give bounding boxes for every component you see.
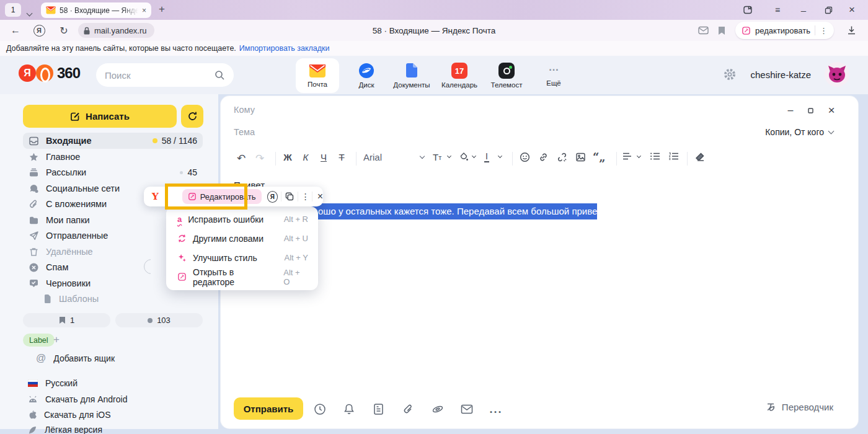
settings-gear-icon[interactable] — [723, 68, 737, 81]
compose-button[interactable]: Написать — [23, 105, 177, 128]
active-tab[interactable]: 58 · Входящие — Яндек × — [41, 2, 151, 18]
service-mail[interactable]: Почта — [296, 58, 339, 93]
menu-item-open-in-editor[interactable]: Открыть в редакторе Alt + O — [166, 267, 318, 286]
numbered-list-icon[interactable] — [668, 152, 679, 161]
yandex-browser-icon[interactable]: Я — [30, 20, 48, 41]
send-button[interactable]: Отправить — [234, 397, 303, 420]
mail-notify-icon[interactable] — [694, 20, 712, 41]
subject-field[interactable]: Тема — [234, 127, 255, 137]
attach-from-disk-icon[interactable] — [431, 402, 445, 416]
refresh-button[interactable]: ↻ — [55, 20, 73, 41]
undo-icon[interactable]: ↶ — [234, 152, 249, 165]
highlight-chevron-icon[interactable] — [472, 154, 476, 157]
text-color-chevron-icon[interactable] — [498, 154, 502, 157]
font-size-chevron-icon[interactable] — [448, 154, 451, 157]
service-telemost[interactable]: Телемост — [485, 58, 528, 93]
url-field[interactable]: mail.yandex.ru — [78, 23, 154, 38]
link-icon[interactable] — [538, 152, 549, 162]
copy-icon[interactable] — [285, 192, 294, 202]
telemost-service-icon — [498, 63, 515, 79]
eraser-icon[interactable] — [694, 152, 705, 162]
align-icon[interactable] — [622, 152, 632, 161]
popup-more-icon[interactable]: ⋮ — [301, 192, 309, 202]
import-bookmarks-link[interactable]: Импортировать закладки — [239, 44, 330, 53]
downloads-icon[interactable] — [842, 20, 861, 41]
add-mailbox[interactable]: @ Добавить ящик — [36, 352, 115, 365]
tab-close-icon[interactable]: × — [142, 6, 146, 15]
android-icon — [28, 396, 38, 403]
unlink-icon[interactable] — [557, 152, 567, 162]
tab-counter[interactable]: 1 — [5, 3, 21, 17]
search-input[interactable]: Поиск — [96, 63, 234, 87]
menu-item-fix-errors[interactable]: a Исправить ошибки Alt + R — [166, 210, 318, 229]
highlight-color-button[interactable] — [459, 152, 469, 162]
window-minimize-button[interactable]: – — [792, 0, 815, 20]
popup-close-icon[interactable]: × — [317, 191, 323, 202]
insert-image-icon[interactable] — [575, 152, 586, 162]
translator-button[interactable]: Переводчик — [765, 401, 833, 413]
sidebar-item-main[interactable]: Главное — [23, 149, 203, 165]
add-label-icon[interactable]: + — [53, 334, 60, 346]
yandex-search-icon[interactable]: Я — [267, 191, 278, 203]
sidebar-item-templates[interactable]: Шаблоны — [23, 291, 203, 307]
bullet-list-icon[interactable] — [650, 152, 660, 161]
browser-menu-icon[interactable]: ≡ — [766, 0, 789, 20]
window-restore-button[interactable] — [817, 0, 839, 20]
menu-item-improve-style[interactable]: Улучшить стиль Alt + Y — [166, 248, 318, 267]
compose-close-button[interactable]: × — [823, 104, 839, 117]
text-color-button[interactable]: I — [484, 152, 489, 162]
unread-pill[interactable]: 103 — [115, 313, 203, 327]
sidebar-item-inbox[interactable]: Входящие 58 / 1146 — [23, 133, 203, 149]
underline-button[interactable]: Ч — [316, 152, 331, 162]
bold-button[interactable]: Ж — [280, 152, 295, 162]
sidebar-item-mailings[interactable]: Рассылки 45 — [23, 164, 203, 180]
redo-icon[interactable]: ↷ — [252, 152, 267, 165]
font-size-button[interactable]: Tт — [433, 152, 441, 162]
notify-bell-icon[interactable] — [342, 402, 356, 416]
neuro-edit-extension-button[interactable]: редактировать ⋮ — [735, 22, 834, 39]
bookmark-icon[interactable] — [713, 20, 730, 41]
yandex-y-icon[interactable]: Y — [152, 191, 159, 202]
neuro-edit-button[interactable]: Редактировать — [182, 189, 262, 204]
light-version-link[interactable]: Лёгкая версия — [28, 423, 102, 434]
download-ios-link[interactable]: Скачать для iOS — [28, 408, 111, 422]
italic-button[interactable]: К — [298, 152, 313, 162]
username[interactable]: cheshire-katze — [750, 69, 811, 80]
side-panel-icon[interactable] — [737, 0, 759, 20]
align-chevron-icon[interactable] — [637, 154, 640, 157]
new-tab-button[interactable]: + — [159, 3, 165, 16]
compose-label: Написать — [86, 111, 130, 122]
service-disk[interactable]: Диск — [345, 58, 388, 93]
window-close-button[interactable]: × — [841, 0, 863, 20]
label-tag[interactable]: Label — [23, 334, 55, 347]
attach-file-icon[interactable] — [401, 402, 415, 416]
emoji-icon[interactable] — [520, 152, 530, 162]
extension-more-icon[interactable]: ⋮ — [820, 26, 828, 35]
strikethrough-button[interactable]: Т — [334, 152, 349, 162]
copies-from-toggle[interactable]: Копии, От кого — [765, 127, 833, 137]
bookmarks-bar: Добавляйте на эту панель сайты, которые … — [0, 41, 868, 56]
menu-item-rephrase[interactable]: Другими словами Alt + U — [166, 229, 318, 248]
yandex-360-logo[interactable]: Я 360 — [19, 64, 80, 82]
quote-icon[interactable]: “„ — [593, 151, 606, 164]
to-field[interactable]: Кому — [234, 105, 255, 115]
language-select[interactable]: Русский — [28, 376, 78, 390]
font-family-select[interactable]: Arial — [363, 152, 382, 162]
attach-from-mail-icon[interactable] — [460, 402, 474, 416]
tabs-chevron-down-icon[interactable] — [27, 7, 32, 18]
service-calendar[interactable]: 17 Календарь — [438, 58, 481, 93]
compose-maximize-button[interactable] — [802, 104, 818, 117]
font-chevron-icon[interactable] — [420, 154, 424, 158]
back-button[interactable]: ← — [6, 20, 25, 41]
schedule-clock-icon[interactable] — [313, 402, 327, 416]
avatar[interactable] — [825, 62, 849, 87]
refresh-mail-button[interactable] — [181, 105, 203, 128]
download-android-link[interactable]: Скачать для Android — [28, 392, 127, 406]
bookmarked-pill[interactable]: 1 — [23, 313, 110, 327]
more-options-icon[interactable]: ... — [489, 402, 503, 416]
template-note-icon[interactable] — [371, 402, 385, 416]
service-more[interactable]: … Ещё — [532, 58, 575, 93]
service-docs[interactable]: Документы — [390, 58, 433, 93]
folder-label: Входящие — [46, 136, 92, 146]
compose-minimize-button[interactable]: – — [782, 104, 799, 117]
